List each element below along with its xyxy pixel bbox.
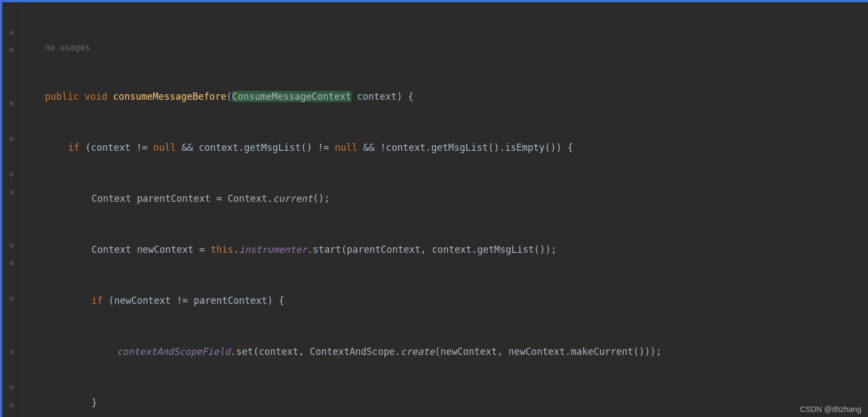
fold-marker-icon[interactable]: ⊖ [9,47,14,54]
fold-marker-icon[interactable]: ⊖ [9,401,14,409]
code-editor[interactable]: ⊖ ⊖ ⊖ ⊖ ⊖ ⊖ ⊖ ⊖ ⊖ ⊖ ⊖ ⊖ no usages public… [2,2,868,417]
inlay-hint-usages[interactable]: no usages [22,41,868,54]
fold-marker-icon[interactable]: ⊖ [9,189,14,196]
code-area[interactable]: no usages public void consumeMessageBefo… [22,2,868,417]
keyword-null: null [335,142,358,153]
fold-marker-icon[interactable]: ⊖ [9,295,14,302]
fold-marker-icon[interactable]: ⊖ [9,171,14,178]
watermark-text: CSDN @ithzhang [800,405,861,414]
keyword-if: if [68,142,79,153]
method-name: consumeMessageBefore [113,91,227,102]
keyword-void: void [85,91,108,102]
fold-marker-icon[interactable]: ⊖ [9,242,14,249]
code-line[interactable]: public void consumeMessageBefore(Consume… [22,88,868,105]
field-ref: instrumenter [239,244,307,255]
code-line[interactable]: contextAndScopeField.set(context, Contex… [22,343,868,360]
keyword-null: null [154,142,176,153]
keyword-if: if [91,295,103,306]
fold-marker-icon[interactable]: ⊖ [9,348,14,355]
static-method: current [273,193,313,204]
code-line[interactable]: Context parentContext = Context.current(… [22,190,868,207]
keyword-this: this [211,244,233,255]
code-line[interactable]: } [22,394,868,411]
fold-marker-icon[interactable]: ⊖ [9,29,14,36]
field-ref: contextAndScopeField [117,346,231,357]
fold-marker-icon[interactable]: ⊖ [9,100,14,107]
code-line[interactable]: if (newContext != parentContext) { [22,292,868,309]
fold-marker-icon[interactable]: ⊖ [9,135,14,143]
editor-gutter[interactable]: ⊖ ⊖ ⊖ ⊖ ⊖ ⊖ ⊖ ⊖ ⊖ ⊖ ⊖ ⊖ [2,2,22,417]
keyword-public: public [45,91,79,102]
static-method: create [401,346,435,357]
fold-marker-icon[interactable]: ⊖ [9,384,14,391]
code-line[interactable]: Context newContext = this.instrumenter.s… [22,241,868,258]
type-highlighted: ConsumeMessageContext [232,91,351,102]
code-line[interactable]: if (context != null && context.getMsgLis… [22,139,868,156]
fold-marker-icon[interactable]: ⊖ [9,260,14,267]
